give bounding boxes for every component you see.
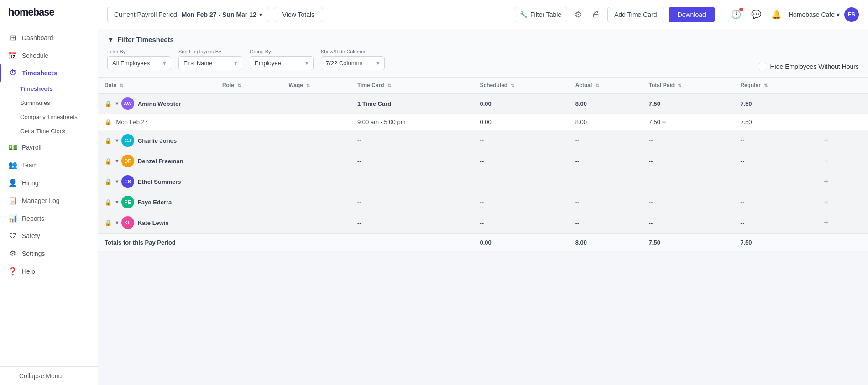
sidebar-nav: ⊞ Dashboard 📅 Schedule ⏱ Timesheets Time… xyxy=(0,25,98,366)
add-timecard-button[interactable]: ⋯ xyxy=(821,98,835,109)
emp-regular: -- xyxy=(734,151,815,172)
sidebar-item-summaries[interactable]: Summaries xyxy=(0,96,98,110)
add-time-card-button[interactable]: Add Time Card xyxy=(607,7,664,22)
collapse-icon[interactable]: ▼ xyxy=(115,101,120,106)
col-role[interactable]: Role ⇅ xyxy=(216,78,282,94)
manager-log-icon: 📋 xyxy=(8,196,17,205)
group-by-select[interactable]: Employee ▾ xyxy=(250,56,314,70)
employee-group-row: 🔒 ▼ FE Faye Ederra -- -- -- -- -- + xyxy=(98,192,868,213)
team-icon: 👥 xyxy=(8,161,17,169)
emp-wage xyxy=(282,94,351,114)
col-actual[interactable]: Actual ⇅ xyxy=(569,78,643,94)
edit-icon[interactable]: ✏ xyxy=(662,120,666,125)
settings-gear-button[interactable]: ⚙ xyxy=(572,7,585,22)
collapse-icon[interactable]: ▼ xyxy=(115,158,120,164)
payroll-period-label: Current Payroll Period: xyxy=(114,11,179,18)
filter-by-select[interactable]: All Employees ▾ xyxy=(107,56,171,70)
table-header-row: Date ⇅ Role ⇅ Wage ⇅ Time Card xyxy=(98,78,868,94)
group-by-group: Group By Employee ▾ xyxy=(250,49,314,70)
sidebar-item-reports[interactable]: 📊 Reports xyxy=(0,209,98,227)
add-timecard-button[interactable]: + xyxy=(821,135,831,146)
col-scheduled[interactable]: Scheduled ⇅ xyxy=(473,78,569,94)
sidebar-item-settings[interactable]: ⚙ Settings xyxy=(0,245,98,262)
add-timecard-button[interactable]: + xyxy=(821,217,831,229)
employee-name: Amina Webster xyxy=(138,100,181,107)
col-total-paid-label: Total Paid xyxy=(649,82,675,88)
emp-scheduled: -- xyxy=(473,192,569,213)
col-regular[interactable]: Regular ⇅ xyxy=(734,78,815,94)
employee-name: Faye Ederra xyxy=(138,199,172,206)
col-time-card[interactable]: Time Card ⇅ xyxy=(351,78,473,94)
col-wage-label: Wage xyxy=(288,82,303,88)
filter-table-label: Filter Table xyxy=(530,11,561,18)
sidebar-item-dashboard[interactable]: ⊞ Dashboard xyxy=(0,29,98,47)
messages-button[interactable]: 💬 xyxy=(748,7,764,22)
chevron-down-icon: ▾ xyxy=(163,60,166,67)
collapse-icon[interactable]: ▼ xyxy=(115,220,120,225)
payroll-period-button[interactable]: Current Payroll Period: Mon Feb 27 - Sun… xyxy=(107,7,269,22)
sidebar-item-manager-log[interactable]: 📋 Manager Log xyxy=(0,192,98,209)
sidebar-item-timesheets[interactable]: ⏱ Timesheets xyxy=(0,64,98,82)
show-hide-select[interactable]: 7/22 Columns ▾ xyxy=(321,56,385,70)
payroll-icon: 💵 xyxy=(8,143,17,151)
sort-icon: ⇅ xyxy=(120,83,123,88)
sidebar-item-get-time-clock[interactable]: Get a Time Clock xyxy=(0,124,98,138)
emp-time-cards: -- xyxy=(351,151,473,172)
emp-scheduled: -- xyxy=(473,151,569,172)
user-avatar[interactable]: ES xyxy=(844,7,859,22)
collapse-menu-button[interactable]: ← Collapse Menu xyxy=(0,366,98,385)
emp-scheduled: -- xyxy=(473,213,569,234)
print-button[interactable]: 🖨 xyxy=(589,7,603,22)
add-timecard-button[interactable]: + xyxy=(821,176,831,187)
table-row: 🔒 Mon Feb 27 9:00 am - 5:00 pm 0.00 8.00… xyxy=(98,114,868,130)
sidebar-item-safety[interactable]: 🛡 Safety xyxy=(0,227,98,245)
sidebar-item-hiring[interactable]: 👤 Hiring xyxy=(0,174,98,192)
topbar-left: Current Payroll Period: Mon Feb 27 - Sun… xyxy=(107,7,508,22)
emp-total-paid: -- xyxy=(643,192,734,213)
row-wage xyxy=(282,114,351,130)
employee-group-row: 🔒 ▼ CJ Charlie Jones -- -- -- -- -- + xyxy=(98,130,868,151)
sort-by-select[interactable]: First Name ▾ xyxy=(178,56,242,70)
group-by-label: Group By xyxy=(250,49,314,54)
emp-time-cards: -- xyxy=(351,192,473,213)
totals-actual: 8.00 xyxy=(569,233,643,252)
employee-avatar: DF xyxy=(121,155,134,167)
sidebar-item-timesheets-sub[interactable]: Timesheets xyxy=(0,82,98,96)
col-wage[interactable]: Wage ⇅ xyxy=(282,78,351,94)
homebase-cafe-button[interactable]: Homebase Cafe ▾ xyxy=(789,11,840,18)
calendar-icon: 📅 xyxy=(8,51,17,60)
add-timecard-button[interactable]: + xyxy=(821,197,831,208)
hide-employees-checkbox[interactable] xyxy=(759,63,766,70)
employee-avatar: KL xyxy=(121,216,134,229)
emp-regular: -- xyxy=(734,172,815,192)
emp-actual: -- xyxy=(569,172,643,192)
collapse-icon[interactable]: ▼ xyxy=(115,199,120,205)
filter-controls: Filter By All Employees ▾ Sort Employees… xyxy=(107,49,859,70)
emp-wage xyxy=(282,192,351,213)
row-time-card: 9:00 am - 5:00 pm xyxy=(351,114,473,130)
filter-table-button[interactable]: 🔧 Filter Table xyxy=(514,7,567,22)
notifications-button[interactable]: 🔔 xyxy=(769,7,784,22)
sidebar-item-label: Dashboard xyxy=(22,34,53,42)
clock-icon: ⏱ xyxy=(8,69,17,77)
collapse-icon[interactable]: ▼ xyxy=(115,179,120,184)
download-button[interactable]: Download xyxy=(669,7,715,22)
col-date[interactable]: Date ⇅ xyxy=(98,78,216,94)
view-totals-button[interactable]: View Totals xyxy=(274,7,323,22)
sidebar-item-team[interactable]: 👥 Team xyxy=(0,156,98,174)
lock-icon: 🔒 xyxy=(105,100,112,107)
sidebar-item-help[interactable]: ❓ Help xyxy=(0,262,98,280)
row-date: 🔒 Mon Feb 27 xyxy=(98,114,216,130)
filter-by-label: Filter By xyxy=(107,49,171,54)
employee-group-row: 🔒 ▼ AW Amina Webster 1 Time Card 0.00 8.… xyxy=(98,94,868,114)
collapse-icon[interactable]: ▼ xyxy=(115,138,120,143)
filter-timesheets-toggle[interactable]: ▼ Filter Timesheets xyxy=(107,36,859,43)
sidebar-item-payroll[interactable]: 💵 Payroll xyxy=(0,138,98,156)
sidebar-item-company-timesheets[interactable]: Company Timesheets xyxy=(0,110,98,124)
collapse-icon: ← xyxy=(8,372,15,380)
sidebar-item-schedule[interactable]: 📅 Schedule xyxy=(0,47,98,64)
emp-actual: -- xyxy=(569,151,643,172)
filter-by-group: Filter By All Employees ▾ xyxy=(107,49,171,70)
add-timecard-button[interactable]: + xyxy=(821,156,831,167)
col-total-paid[interactable]: Total Paid ⇅ xyxy=(643,78,734,94)
